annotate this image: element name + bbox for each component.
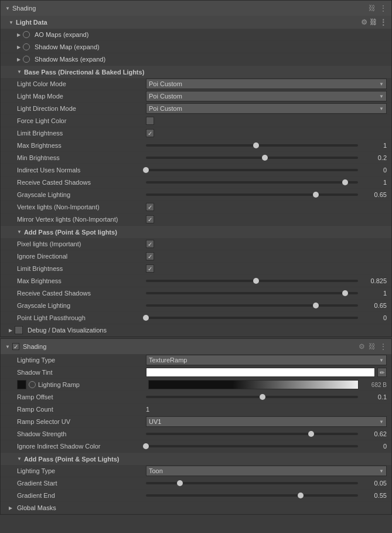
link-icon[interactable]: ⛓ (369, 4, 376, 12)
debug-arrow[interactable]: ▶ (9, 328, 12, 333)
add-pass-arrow[interactable]: ▼ (17, 229, 22, 235)
receive-casted-shadows-label: Receive Casted Shadows (5, 179, 146, 186)
gradient-end-label: Gradient End (5, 492, 146, 499)
add-receive-shadows-row: Receive Casted Shadows 1 (1, 287, 391, 300)
shadow-tint-picker[interactable]: ✏ (377, 368, 387, 377)
more-icon[interactable]: ⋮ (379, 4, 387, 13)
light-data-gear[interactable]: ⚙ (361, 18, 367, 26)
ramp-count-label: Ramp Count (5, 406, 146, 413)
add-max-brightness-slider[interactable] (146, 277, 358, 285)
bottom-link-icon[interactable]: ⛓ (369, 342, 376, 351)
add-grayscale-slider[interactable] (146, 301, 358, 310)
indirect-uses-normals-value: 0 (360, 167, 387, 174)
add-limit-brightness-row: Limit Brightness (1, 263, 391, 275)
mirror-vertex-lights-row: Mirror Vertex lights (Non-Important) (1, 213, 391, 226)
debug-row[interactable]: ▶ Debug / Data Visualizations (1, 324, 391, 337)
add-limit-brightness-control (146, 264, 387, 273)
gradient-end-slider[interactable] (146, 491, 358, 500)
shadow-masks-row[interactable]: ▶ Shadow Masks (expand) (1, 53, 391, 66)
point-light-passthrough-slider[interactable] (146, 314, 358, 322)
add-pass-title: Add Pass (Point & Spot lights) (24, 229, 117, 236)
light-color-mode-label: Light Color Mode (5, 80, 146, 87)
gradient-start-value: 0.05 (360, 480, 387, 487)
bottom-gear-icon[interactable]: ⚙ (359, 342, 365, 351)
light-color-mode-dropdown[interactable]: Poi Custom ▼ (146, 79, 387, 89)
min-brightness-value: 0.2 (360, 154, 387, 161)
shadow-tint-swatch[interactable] (146, 368, 375, 377)
ramp-count-row: Ramp Count 1 (1, 403, 391, 416)
bottom-add-pass-title: Add Pass (Point & Spot Lights) (24, 456, 120, 463)
ignore-directional-checkbox[interactable] (146, 252, 154, 260)
add-max-brightness-value: 0.825 (360, 277, 387, 284)
min-brightness-slider[interactable] (146, 154, 358, 162)
global-masks-arrow[interactable]: ▶ (9, 505, 12, 511)
max-brightness-slider[interactable] (146, 141, 358, 150)
shadow-masks-arrow[interactable]: ▶ (17, 57, 21, 62)
light-data-section: ▼ Light Data ⚙ ⛓ ⋮ (1, 16, 391, 29)
add-lighting-type-label: Lighting Type (5, 467, 146, 474)
ao-maps-arrow[interactable]: ▶ (17, 32, 21, 38)
light-data-more[interactable]: ⋮ (379, 18, 387, 27)
light-data-title: Light Data (16, 19, 47, 26)
light-direction-mode-dropdown[interactable]: Poi Custom ▼ (146, 103, 387, 114)
add-max-brightness-label: Max Brightness (5, 277, 146, 284)
bottom-add-pass-arrow[interactable]: ▼ (17, 456, 22, 461)
global-masks-row[interactable]: ▶ Global Masks (1, 502, 391, 514)
force-light-color-checkbox[interactable] (146, 117, 154, 125)
light-map-mode-value: Poi Custom (149, 93, 182, 100)
shading-bottom-title: Shading (23, 343, 46, 350)
limit-brightness-row: Limit Brightness (1, 127, 391, 140)
lighting-ramp-texture[interactable] (148, 380, 359, 389)
ramp-selector-uv-control: UV1 ▼ (146, 416, 387, 427)
ramp-offset-label: Ramp Offset (5, 393, 146, 400)
light-map-mode-dropdown[interactable]: Poi Custom ▼ (146, 91, 387, 101)
lighting-type-dropdown[interactable]: TextureRamp ▼ (146, 355, 387, 365)
receive-casted-shadows-value: 1 (360, 179, 387, 186)
indirect-uses-normals-label: Indirect Uses Normals (5, 167, 146, 174)
ao-maps-row[interactable]: ▶ AO Maps (expand) (1, 29, 391, 41)
force-light-color-control (146, 117, 387, 125)
base-pass-header: ▼ Base Pass (Directional & Baked Lights) (1, 66, 391, 78)
collapse-arrow[interactable]: ▼ (5, 6, 10, 11)
limit-brightness-checkbox[interactable] (146, 129, 154, 137)
shadow-map-arrow[interactable]: ▶ (17, 45, 21, 50)
light-color-mode-control: Poi Custom ▼ (146, 79, 387, 89)
gradient-start-slider[interactable] (146, 479, 358, 487)
dropdown-arrow2: ▼ (379, 94, 384, 99)
ao-maps-icon (23, 31, 30, 38)
shading-enable-checkbox[interactable] (12, 343, 19, 350)
ramp-selector-uv-dropdown[interactable]: UV1 ▼ (146, 416, 387, 427)
add-receive-shadows-value: 1 (360, 290, 387, 297)
gradient-start-row: Gradient Start 0.05 (1, 477, 391, 490)
bottom-collapse-arrow[interactable]: ▼ (5, 344, 10, 349)
shadow-strength-slider[interactable] (146, 430, 358, 438)
light-data-link[interactable]: ⛓ (370, 18, 377, 26)
vertex-lights-checkbox[interactable] (146, 203, 154, 211)
ignore-indirect-shadow-slider[interactable] (146, 442, 358, 450)
add-receive-shadows-slider[interactable] (146, 289, 358, 297)
force-light-color-label: Force Light Color (5, 117, 146, 124)
shadow-masks-label: Shadow Masks (expand) (32, 56, 105, 63)
debug-checkbox[interactable] (15, 326, 23, 334)
ramp-offset-slider[interactable] (146, 393, 358, 401)
ignore-indirect-shadow-row: Ignore Indirect Shadow Color 0 (1, 440, 391, 453)
gradient-start-label: Gradient Start (5, 480, 146, 487)
base-pass-arrow[interactable]: ▼ (17, 69, 22, 74)
add-limit-brightness-checkbox[interactable] (146, 264, 154, 273)
light-color-mode-row: Light Color Mode Poi Custom ▼ (1, 78, 391, 90)
add-lighting-type-dropdown[interactable]: Toon ▼ (146, 466, 387, 476)
add-limit-brightness-label: Limit Brightness (5, 265, 146, 272)
mirror-vertex-lights-checkbox[interactable] (146, 215, 154, 223)
bottom-more-icon[interactable]: ⋮ (379, 342, 387, 351)
lighting-type-control: TextureRamp ▼ (146, 355, 387, 365)
base-pass-title: Base Pass (Directional & Baked Lights) (24, 69, 144, 76)
light-data-arrow[interactable]: ▼ (9, 20, 13, 25)
receive-casted-shadows-slider[interactable] (146, 178, 358, 186)
add-grayscale-control: 0.65 (146, 301, 387, 310)
grayscale-lighting-slider[interactable] (146, 191, 358, 199)
shadow-map-row[interactable]: ▶ Shadow Map (expand) (1, 41, 391, 53)
indirect-uses-normals-slider[interactable] (146, 166, 358, 174)
shadow-map-icon (23, 43, 30, 50)
shadow-map-label: Shadow Map (expand) (32, 43, 100, 50)
pixel-lights-checkbox[interactable] (146, 240, 154, 248)
